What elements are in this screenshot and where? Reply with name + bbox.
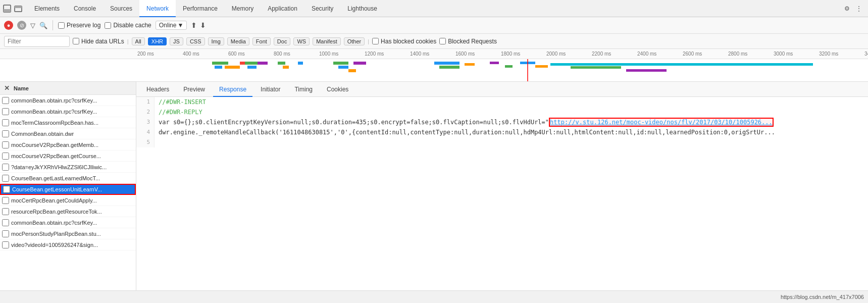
detail-tab-headers[interactable]: Headers bbox=[140, 82, 175, 97]
tab-sources[interactable]: Sources bbox=[103, 0, 139, 17]
preserve-log-checkbox[interactable]: Preserve log bbox=[58, 22, 100, 29]
request-checkbox[interactable] bbox=[2, 175, 9, 182]
tab-lighthouse[interactable]: Lighthouse bbox=[340, 0, 384, 17]
request-checkbox[interactable] bbox=[2, 141, 9, 148]
detail-tab-cookies[interactable]: Cookies bbox=[321, 82, 354, 97]
timeline-tick: 3200 ms bbox=[818, 51, 863, 57]
request-name: resourceRpcBean.getResourceTok... bbox=[11, 209, 102, 215]
timeline-tick: 1000 ms bbox=[318, 51, 364, 57]
svg-rect-22 bbox=[490, 62, 499, 64]
request-name: CommonBean.obtain.dwr bbox=[11, 131, 74, 137]
request-item[interactable]: mocTermClassroomRpcBean.has... bbox=[0, 117, 136, 128]
search-icon[interactable]: 🔍 bbox=[39, 22, 47, 29]
request-item[interactable]: video?videoId=1005926247&sign... bbox=[0, 239, 136, 250]
request-item[interactable]: mocPersonStudyPlanRpcBean.stu... bbox=[0, 228, 136, 239]
code-line: 1//#DWR-INSERT bbox=[136, 97, 868, 107]
filter-font-btn[interactable]: Font bbox=[252, 37, 271, 45]
record-button[interactable]: ● bbox=[4, 21, 13, 30]
request-item[interactable]: commonBean.obtain.rpc?csrfKey... bbox=[0, 106, 136, 117]
filter-manifest-btn[interactable]: Manifest bbox=[313, 37, 341, 45]
request-checkbox[interactable] bbox=[2, 230, 9, 237]
details-tabs: HeadersPreviewResponseInitiatorTimingCoo… bbox=[136, 82, 868, 97]
tab-network[interactable]: Network bbox=[139, 0, 176, 17]
tab-security[interactable]: Security bbox=[304, 0, 340, 17]
request-checkbox[interactable] bbox=[2, 241, 9, 248]
svg-rect-6 bbox=[222, 62, 228, 65]
detail-tab-preview[interactable]: Preview bbox=[177, 82, 211, 97]
request-name: mocCertRpcBean.getCouldApply... bbox=[11, 197, 97, 204]
code-line: 5 bbox=[136, 137, 868, 147]
throttle-select[interactable]: Online ▼ bbox=[156, 21, 187, 30]
more-icon[interactable]: ⋮ bbox=[854, 4, 864, 14]
detail-tab-initiator[interactable]: Initiator bbox=[254, 82, 286, 97]
request-item[interactable]: CourseBean.getLessonUnitLearnV... bbox=[0, 184, 136, 195]
detail-tab-response[interactable]: Response bbox=[213, 82, 252, 97]
requests-list: commonBean.obtain.rpc?csrfKey...commonBe… bbox=[0, 95, 136, 250]
request-name: ?data=eyJkYXRhVHlwZZSl6ICJlliwic... bbox=[11, 164, 107, 170]
request-item[interactable]: commonBean.obtain.rpc?csrfKey... bbox=[0, 95, 136, 106]
response-url[interactable]: http://v.stu.126.net/mooc-video/nos/flv/… bbox=[549, 118, 774, 127]
dock-icon[interactable] bbox=[2, 4, 12, 14]
timeline-tick: 2600 ms bbox=[682, 51, 727, 57]
timeline-tick: 200 ms bbox=[136, 51, 182, 57]
hide-data-urls-checkbox[interactable]: Hide data URLs bbox=[73, 38, 124, 45]
request-checkbox[interactable] bbox=[3, 186, 10, 193]
blocked-cookies-checkbox[interactable]: Has blocked cookies bbox=[372, 38, 436, 45]
blocked-requests-checkbox[interactable]: Blocked Requests bbox=[439, 38, 497, 45]
import-export: ⬆ ⬇ bbox=[191, 21, 206, 29]
request-item[interactable]: resourceRpcBean.getResourceTok... bbox=[0, 206, 136, 217]
svg-rect-13 bbox=[283, 66, 289, 69]
request-item[interactable]: mocCertRpcBean.getCouldApply... bbox=[0, 195, 136, 206]
stop-button[interactable]: ⊘ bbox=[17, 21, 26, 30]
request-item[interactable]: CourseBean.getLastLearnedMocT... bbox=[0, 173, 136, 184]
filter-img-btn[interactable]: Img bbox=[208, 37, 224, 45]
request-checkbox[interactable] bbox=[2, 197, 9, 204]
timeline-tick: 1800 ms bbox=[500, 51, 545, 57]
tab-performance[interactable]: Performance bbox=[176, 0, 225, 17]
request-item[interactable]: CommonBean.obtain.dwr bbox=[0, 128, 136, 139]
request-item[interactable]: mocCourseV2RpcBean.getCourse... bbox=[0, 150, 136, 162]
tab-application[interactable]: Application bbox=[261, 0, 304, 17]
tab-memory[interactable]: Memory bbox=[225, 0, 261, 17]
filter-all-btn[interactable]: All bbox=[132, 37, 145, 45]
filter-ws-btn[interactable]: WS bbox=[293, 37, 310, 45]
line-number: 4 bbox=[136, 127, 155, 137]
filter-media-btn[interactable]: Media bbox=[227, 37, 249, 45]
filter-doc-btn[interactable]: Doc bbox=[274, 37, 291, 45]
svg-rect-20 bbox=[439, 66, 459, 69]
request-checkbox[interactable] bbox=[2, 108, 9, 115]
disable-cache-checkbox[interactable]: Disable cache bbox=[105, 22, 151, 29]
detail-tab-timing[interactable]: Timing bbox=[288, 82, 319, 97]
upload-icon[interactable]: ⬆ bbox=[191, 21, 197, 29]
request-checkbox[interactable] bbox=[2, 164, 9, 171]
filter-js-btn[interactable]: JS bbox=[170, 37, 183, 45]
requests-panel: ✕ Name commonBean.obtain.rpc?csrfKey...c… bbox=[0, 82, 136, 290]
request-checkbox[interactable] bbox=[2, 208, 9, 215]
request-name: commonBean.obtain.rpc?csrfKey... bbox=[11, 220, 97, 226]
request-checkbox[interactable] bbox=[2, 130, 9, 137]
svg-rect-11 bbox=[258, 62, 268, 65]
tab-console[interactable]: Console bbox=[67, 0, 103, 17]
timeline-tick: 2200 ms bbox=[591, 51, 636, 57]
filter-other-btn[interactable]: Other bbox=[344, 37, 365, 45]
timeline-tick: 3400 ms bbox=[863, 51, 868, 57]
tab-elements[interactable]: Elements bbox=[27, 0, 67, 17]
throttle-dropdown-icon: ▼ bbox=[177, 22, 183, 29]
filter-xhr-btn[interactable]: XHR bbox=[148, 37, 167, 45]
undock-icon[interactable] bbox=[13, 4, 23, 14]
request-item[interactable]: commonBean.obtain.rpc?csrfKey... bbox=[0, 217, 136, 228]
settings-icon[interactable]: ⚙ bbox=[842, 4, 852, 14]
svg-rect-16 bbox=[338, 66, 348, 69]
request-checkbox[interactable] bbox=[2, 153, 9, 160]
request-checkbox[interactable] bbox=[2, 219, 9, 226]
close-details-btn[interactable]: ✕ bbox=[4, 84, 10, 92]
request-checkbox[interactable] bbox=[2, 97, 9, 104]
filter-icon[interactable]: ▽ bbox=[30, 22, 35, 29]
request-item[interactable]: ?data=eyJkYXRhVHlwZZSl6ICJlliwic... bbox=[0, 162, 136, 173]
filter-input[interactable] bbox=[4, 36, 70, 47]
request-item[interactable]: mocCourseV2RpcBean.getMemb... bbox=[0, 139, 136, 150]
request-checkbox[interactable] bbox=[2, 119, 9, 126]
request-name: mocPersonStudyPlanRpcBean.stu... bbox=[11, 231, 101, 237]
download-icon[interactable]: ⬇ bbox=[200, 21, 206, 29]
filter-css-btn[interactable]: CSS bbox=[186, 37, 205, 45]
